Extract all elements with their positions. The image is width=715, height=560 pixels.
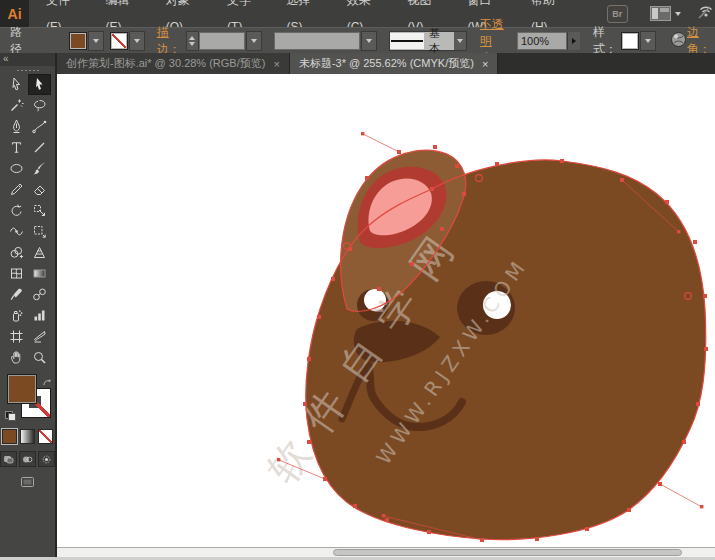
none-button[interactable] xyxy=(38,429,53,444)
perspective-grid-tool-icon[interactable] xyxy=(28,242,51,263)
bridge-button[interactable]: Br xyxy=(607,5,628,23)
brush-stroke-preview xyxy=(390,33,424,49)
stroke-weight-dropdown[interactable] xyxy=(246,31,262,51)
slice-tool-icon[interactable] xyxy=(28,326,51,347)
opacity-control[interactable]: 100% xyxy=(517,32,580,50)
stroke-none-swatch[interactable] xyxy=(110,32,128,50)
bear-head-artwork[interactable]: 软件自学网 WWW.RJZXW.COM xyxy=(57,74,715,548)
ellipse-tool-icon[interactable] xyxy=(5,158,28,179)
close-icon[interactable]: × xyxy=(482,58,488,70)
fill-color-control[interactable] xyxy=(69,31,104,51)
document-tab-1[interactable]: 创作策划-图标.ai* @ 30.28% (RGB/预览) × xyxy=(57,53,290,74)
column-graph-tool-icon[interactable] xyxy=(28,305,51,326)
stroke-color-control[interactable] xyxy=(110,31,145,51)
artboard-canvas[interactable]: 软件自学网 WWW.RJZXW.COM xyxy=(57,74,715,548)
fill-color-swatch[interactable] xyxy=(69,32,87,50)
draw-inside-icon[interactable] xyxy=(38,451,55,467)
chevron-down-icon xyxy=(675,12,681,16)
stroke-weight-field[interactable] xyxy=(199,32,245,50)
stroke-weight-control[interactable] xyxy=(186,31,262,51)
artboard-tool-icon[interactable] xyxy=(5,326,28,347)
style-dropdown[interactable] xyxy=(640,31,656,51)
drawing-mode-buttons xyxy=(0,451,55,467)
eraser-tool-icon[interactable] xyxy=(28,179,51,200)
stroke-dropdown-arrow[interactable] xyxy=(129,31,145,51)
opacity-field[interactable]: 100% xyxy=(517,32,567,50)
pencil-tool-icon[interactable] xyxy=(5,179,28,200)
panel-grip-handle[interactable] xyxy=(16,69,40,72)
screen-mode-button[interactable] xyxy=(19,475,36,489)
document-tab-2-title: 未标题-3* @ 255.62% (CMYK/预览) xyxy=(299,56,474,71)
symbol-sprayer-tool-icon[interactable] xyxy=(5,305,28,326)
gradient-tool-icon[interactable] xyxy=(28,263,51,284)
sphere-icon[interactable] xyxy=(670,31,687,51)
stroke-weight-stepper[interactable] xyxy=(186,31,199,51)
draw-behind-icon[interactable] xyxy=(19,451,36,467)
tools-panel: « xyxy=(0,53,57,557)
zoom-tool-icon[interactable] xyxy=(28,347,51,368)
default-fill-stroke-icon[interactable] xyxy=(5,411,16,421)
lasso-tool-icon[interactable] xyxy=(28,95,51,116)
rotate-tool-icon[interactable] xyxy=(5,200,28,221)
curvature-tool-icon[interactable] xyxy=(28,116,51,137)
document-tab-bar: 创作策划-图标.ai* @ 30.28% (RGB/预览) × 未标题-3* @… xyxy=(0,53,715,74)
draw-normal-icon[interactable] xyxy=(0,451,17,467)
style-swatch[interactable] xyxy=(621,32,639,50)
fill-dropdown-arrow[interactable] xyxy=(88,31,104,51)
width-profile-control[interactable] xyxy=(274,31,377,51)
app-logo[interactable]: Ai xyxy=(0,0,29,27)
panel-collapse-button[interactable]: « xyxy=(0,53,55,66)
hand-tool-icon[interactable] xyxy=(5,347,28,368)
brush-name: 基本 xyxy=(424,26,453,56)
close-icon[interactable]: × xyxy=(273,58,279,70)
document-tab-2[interactable]: 未标题-3* @ 255.62% (CMYK/预览) × xyxy=(290,53,498,74)
scrollbar-thumb[interactable] xyxy=(333,549,682,556)
color-button[interactable] xyxy=(2,429,17,444)
pen-tool-icon[interactable] xyxy=(5,116,28,137)
style-control[interactable] xyxy=(621,31,656,51)
illustrator-window: { "menu_bar": { "logo": "Ai", "items": [… xyxy=(0,0,715,560)
brush-dropdown[interactable] xyxy=(454,32,466,50)
horizontal-scrollbar[interactable] xyxy=(57,547,715,557)
brush-definition-control[interactable]: 基本 xyxy=(389,31,467,51)
line-segment-tool-icon[interactable] xyxy=(28,137,51,158)
free-transform-tool-icon[interactable] xyxy=(28,221,51,242)
eyedropper-tool-icon[interactable] xyxy=(5,284,28,305)
gradient-button[interactable] xyxy=(20,429,35,444)
shape-builder-tool-icon[interactable] xyxy=(5,242,28,263)
control-options-bar: 路径 描边： 基本 不透明度： 100% 样式： 边角 xyxy=(0,27,715,55)
workspace-switcher[interactable] xyxy=(650,6,681,21)
color-type-buttons xyxy=(0,429,55,444)
workspace-icon xyxy=(650,6,671,21)
mesh-tool-icon[interactable] xyxy=(5,263,28,284)
width-profile-field[interactable] xyxy=(274,32,360,50)
scale-tool-icon[interactable] xyxy=(28,200,51,221)
paintbrush-tool-icon[interactable] xyxy=(28,158,51,179)
opacity-slider-arrow[interactable] xyxy=(567,32,580,50)
fill-stroke-indicator xyxy=(0,373,55,425)
blend-tool-icon[interactable] xyxy=(28,284,51,305)
width-tool-icon[interactable] xyxy=(5,221,28,242)
magic-wand-tool-icon[interactable] xyxy=(5,95,28,116)
direct-selection-tool-icon[interactable] xyxy=(28,74,51,95)
tool-grid xyxy=(0,74,55,368)
fill-swatch[interactable] xyxy=(7,374,37,404)
cs-live-icon[interactable] xyxy=(697,4,715,24)
width-profile-dropdown[interactable] xyxy=(361,31,377,51)
selection-tool-icon[interactable] xyxy=(5,74,28,95)
type-tool-icon[interactable] xyxy=(5,137,28,158)
document-tab-1-title: 创作策划-图标.ai* @ 30.28% (RGB/预览) xyxy=(66,56,265,71)
